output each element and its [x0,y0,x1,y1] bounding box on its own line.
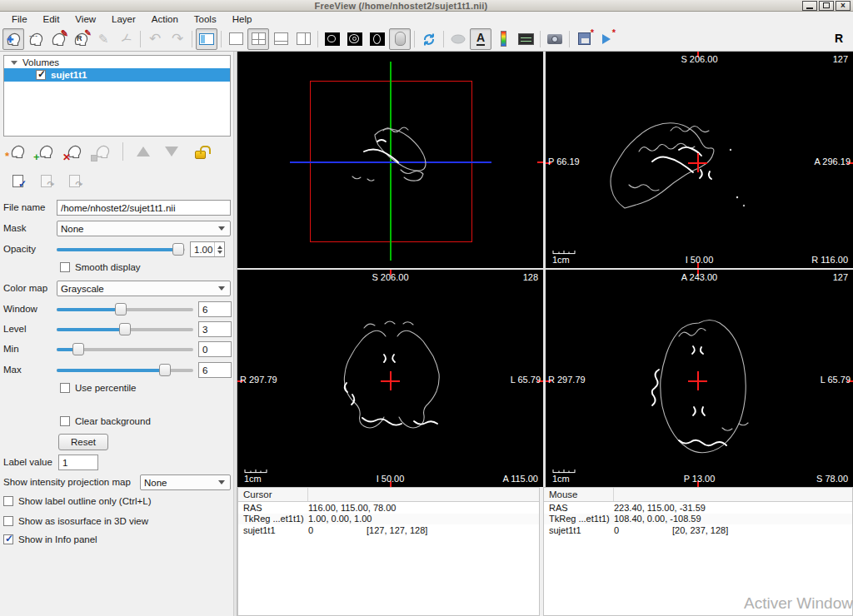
voxel-edit-tool-button[interactable]: ✎ [47,28,69,50]
label-value-input[interactable] [58,455,98,470]
load-volume-button[interactable]: + [35,142,57,161]
viewport-axial[interactable]: A 243.00 127 R 297.79 L 65.79 P 13.00 S … [546,270,853,487]
refresh-views-button[interactable] [418,28,440,50]
slice-coord-top: S 206.00 [372,272,408,282]
show-surface-button[interactable] [447,28,469,50]
menu-help[interactable]: Help [225,12,261,26]
move-layer-down-button[interactable] [161,142,182,161]
projection-map-label: Show intensity projection map [3,477,131,487]
viewport-coronal[interactable]: S 206.00 128 R 297.79 L 65.79 I 50.00 A … [237,270,543,487]
unlock-icon [195,151,206,159]
smooth-display-checkbox[interactable] [60,262,70,272]
tree-group-volumes[interactable]: Volumes [4,56,230,68]
chevron-down-icon [218,226,225,231]
frame-capture-button[interactable] [515,28,536,50]
paste-settings-all-button[interactable]: ↷ [63,171,85,191]
color-map-dropdown[interactable]: Grayscale [57,281,231,296]
pointset-edit-tool-button[interactable]: ✎ [92,28,114,50]
menu-file[interactable]: File [4,12,36,26]
layout-1and3-button[interactable] [270,28,292,50]
smooth-display-row: Smooth display [60,262,141,272]
view-3d-button[interactable] [389,28,411,50]
snapshot-camera-button[interactable] [544,28,566,50]
view-sagittal-button[interactable] [322,28,343,50]
opacity-slider[interactable] [57,241,185,257]
projection-map-dropdown[interactable]: None [140,474,231,490]
show-colorbar-button[interactable] [492,28,514,50]
slice-number: 127 [833,272,848,282]
measure-icon: --- [29,32,38,39]
path-tool-button[interactable]: Y [115,28,137,50]
lock-layer-button[interactable] [189,142,211,161]
toolbar-separator [414,31,415,47]
menu-view[interactable]: View [67,12,104,26]
show-info-panel-checkbox[interactable] [3,534,13,544]
recon-edit-tool-button[interactable]: R ✎ [70,28,92,50]
close-button[interactable]: × [836,1,851,11]
navigate-tool-button[interactable]: ✚ [2,28,24,50]
undo-button[interactable]: ↶ [144,28,166,50]
minimize-button[interactable] [802,1,817,11]
copy-settings-button[interactable]: ✓ [7,171,28,191]
row-value: 223.40, 115.00, -31.59 [614,503,706,513]
plus-icon: + [33,152,40,162]
slice-coord-right: A 296.19 [815,156,851,166]
paste-settings-button[interactable]: ↷ [35,171,57,191]
layout-1and3-side-button[interactable] [292,28,314,50]
spin-up-icon [217,246,222,249]
menu-layer[interactable]: Layer [104,12,144,26]
reset-button[interactable]: Reset [58,434,108,450]
save-screenshot-button[interactable]: * [573,28,595,50]
opacity-value: 1.00 [191,245,214,255]
maximize-button[interactable] [819,1,834,11]
max-slider[interactable] [57,362,193,378]
down-arrow-icon [165,147,178,156]
menu-edit[interactable]: Edit [36,12,68,26]
show-label-outline-checkbox[interactable] [3,496,13,506]
min-input[interactable] [198,341,232,357]
view-coronal-button[interactable] [344,28,366,50]
view-axial-button[interactable] [367,28,388,50]
row-name: RAS [544,503,614,513]
window-input[interactable] [198,301,232,317]
viewport-3d[interactable] [237,52,543,268]
window-slider[interactable] [57,301,193,317]
pencil-icon: ✎ [61,29,68,38]
mask-dropdown[interactable]: None [57,221,231,236]
min-slider[interactable] [57,341,193,357]
slice-coord-corner: R 116.00 [811,255,848,265]
menu-action[interactable]: Action [144,12,187,26]
new-volume-button[interactable]: * [7,142,28,161]
menu-tools[interactable]: Tools [187,12,225,26]
max-input[interactable] [198,362,232,378]
tree-group-label: Volumes [22,57,59,67]
clear-background-label: Clear background [75,416,151,426]
slice-coord-bottom: P 13.00 [684,474,716,484]
level-slider[interactable] [57,321,193,337]
spin-arrows[interactable] [214,242,224,256]
redo-button[interactable]: ↷ [167,28,188,50]
toolbar-separator [443,31,444,47]
clear-background-checkbox[interactable] [60,416,70,426]
move-layer-up-button[interactable] [132,142,154,161]
show-annotation-button[interactable]: A [470,28,491,50]
file-name-input[interactable] [57,200,231,216]
level-input[interactable] [198,321,232,337]
close-volume-button[interactable]: ✕ [63,142,85,161]
opacity-spinbox[interactable]: 1.00 [190,241,225,257]
measure-tool-button[interactable]: --- [25,28,47,50]
layout-1x1-button[interactable] [225,28,247,50]
tree-item-sujet1t1[interactable]: sujet1t1 [4,68,230,82]
viewport-sagittal[interactable]: S 206.00 127 P 66.19 A 296.19 I 50.00 R … [546,52,853,268]
use-percentile-checkbox[interactable] [60,383,70,393]
layout-2x2-button[interactable] [247,28,269,50]
brain-contour-sagittal [546,52,853,268]
row-value: 0 [614,525,672,535]
show-isosurface-checkbox[interactable] [3,516,13,526]
redo-icon: ↷ [172,30,183,47]
toggle-control-panel-button[interactable] [196,28,217,50]
goto-point-button[interactable]: * [596,28,617,50]
layout-1and3-side-icon [297,32,311,45]
save-volume-button[interactable] [92,142,113,161]
layer-visible-checkbox[interactable] [36,70,46,80]
